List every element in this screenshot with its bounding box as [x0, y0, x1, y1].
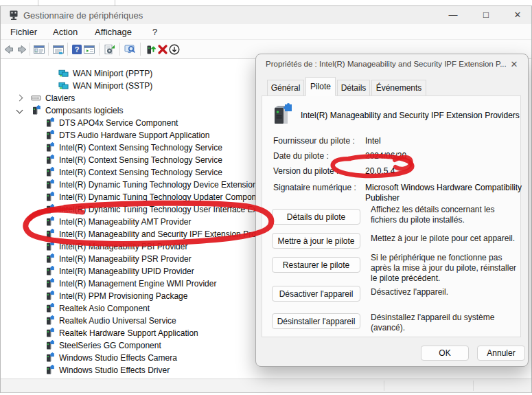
maximize-icon: ☐ — [483, 11, 489, 19]
chevron-down-icon[interactable] — [16, 107, 23, 114]
device-name: Intel(R) Manageability and Security IPF … — [301, 111, 520, 120]
software-component-icon — [45, 241, 55, 251]
field-value: 2024/06/20 — [365, 151, 531, 161]
tree-item-label: DTS Audio Hardware Support Application — [59, 131, 209, 140]
détails-du-pilote-button[interactable]: Détails du pilote — [272, 209, 360, 225]
software-component-icon — [45, 167, 55, 177]
disable-icon — [168, 43, 181, 56]
software-component-icon — [31, 105, 41, 115]
device-icon — [272, 103, 294, 126]
properties-button[interactable] — [52, 43, 66, 56]
tab-détails[interactable]: Détails — [337, 80, 370, 96]
action-description: Mettez à jour le pilote pour cet apparei… — [371, 234, 519, 244]
chevron-right-icon[interactable] — [16, 95, 23, 102]
tree-item-label: Intel(R) Manageability and Security IPF … — [59, 229, 266, 239]
window-title: Gestionnaire de périphériques — [23, 10, 143, 21]
keyboard-icon — [31, 93, 41, 103]
software-component-icon — [45, 315, 55, 326]
tree-item-label: Claviers — [45, 93, 75, 103]
tree-item-label: WAN Miniport (PPTP) — [73, 69, 152, 78]
tree-item-label: Intel(R) Management Engine WMI Provider — [59, 279, 216, 289]
tab-événements[interactable]: Événements — [371, 80, 426, 96]
driver-tab-page: Intel(R) Manageability and Security IPF … — [262, 95, 521, 337]
software-component-icon — [45, 253, 55, 264]
software-component-icon — [45, 291, 55, 301]
screenshot-root: Gestionnaire de périphériques — ☐ ✕ Fich… — [0, 0, 532, 395]
toolbar-separator — [99, 43, 100, 56]
driver-properties-dialog: Propriétés de : Intel(R) Manageability a… — [255, 54, 529, 367]
tree-item-label: Intel(R) Manageability UPID Provider — [59, 267, 194, 276]
software-component-icon — [45, 229, 55, 239]
field-value: 20.0.5.4 — [365, 166, 531, 177]
tab-strip: GénéralPiloteDétailsÉvénements — [256, 77, 528, 96]
software-component-icon — [45, 192, 55, 202]
software-component-icon — [45, 117, 55, 128]
status-bar — [1, 379, 531, 393]
software-component-icon — [45, 155, 55, 165]
tree-item-label: Composants logiciels — [45, 106, 123, 115]
cancel-button[interactable]: Annuler — [477, 346, 525, 361]
action-description: Désactivez l'appareil. — [371, 287, 519, 297]
tree-item-label: WAN Miniport (SSTP) — [73, 81, 152, 91]
close-icon: ✕ — [514, 10, 522, 20]
tree-item-label: Intel(R) Dynamic Tuning Technology Updat… — [59, 192, 261, 202]
menu-affichage[interactable]: Affichage — [92, 25, 135, 38]
help-button[interactable] — [71, 43, 84, 56]
field-value: Microsoft Windows Hardware Compatibility… — [365, 183, 531, 203]
network-adapter-icon — [58, 80, 69, 91]
action-pane-button[interactable] — [83, 43, 97, 56]
tree-item-label: Intel(R) Manageability PSR Provider — [59, 254, 192, 264]
menu-?[interactable]: ? — [150, 25, 160, 38]
tab-pilote[interactable]: Pilote — [305, 77, 336, 96]
scan-hardware-changes-button[interactable] — [103, 43, 117, 56]
software-component-icon — [45, 303, 55, 313]
software-component-icon — [45, 266, 55, 276]
field-label: Date du pilote : — [273, 151, 329, 161]
maximize-button[interactable]: ☐ — [472, 6, 500, 24]
dialog-close-button[interactable]: ✕ — [506, 57, 522, 72]
window-tree-icon — [33, 43, 45, 56]
menu-bar: FichierActionAffichage? — [1, 24, 531, 40]
action-description: Si le périphérique ne fonctionne pas apr… — [371, 253, 519, 284]
software-component-icon — [45, 340, 55, 350]
software-component-icon — [45, 216, 55, 227]
window-action-icon — [83, 43, 95, 56]
software-component-icon — [45, 352, 55, 363]
console-tree-button[interactable] — [33, 43, 47, 56]
restaurer-le-pilote-button[interactable]: Restaurer le pilote — [272, 257, 360, 273]
network-adapter-icon — [58, 68, 69, 78]
dialog-title: Propriétés de : Intel(R) Manageability a… — [266, 60, 507, 68]
tree-item-label: Intel(R) Context Sensing Technology Serv… — [59, 155, 222, 165]
close-button[interactable]: ✕ — [503, 6, 532, 24]
back-button[interactable] — [3, 43, 16, 56]
action-description: Désinstallez l'appareil du système (avan… — [371, 313, 519, 333]
tree-item-label: Intel(R) Manageability PBI Provider — [59, 242, 187, 251]
menu-action[interactable]: Action — [50, 25, 80, 38]
tree-item-label: Intel(R) Dynamic Tuning Technology User … — [59, 205, 264, 214]
software-component-icon — [45, 179, 55, 190]
device-manager-icon — [9, 10, 19, 21]
tree-item-label: Realtek Audio Universal Service — [59, 316, 176, 326]
menu-fichier[interactable]: Fichier — [8, 25, 40, 38]
remote-computer-button[interactable] — [124, 43, 137, 56]
minimize-button[interactable]: — — [439, 6, 467, 24]
software-component-icon — [45, 328, 55, 338]
arrow-left-icon — [3, 43, 15, 56]
ok-button[interactable]: OK — [421, 346, 469, 361]
software-component-icon — [45, 365, 55, 375]
tree-item-label: Realtek Hardware Support Application — [59, 328, 198, 338]
toolbar-separator — [140, 43, 141, 56]
title-bar: Gestionnaire de périphériques — ☐ ✕ — [1, 6, 531, 24]
tree-item-label: Realtek Asio Component — [59, 304, 150, 313]
field-label: Fournisseur du pilote : — [273, 136, 355, 146]
update-driver-button[interactable] — [144, 43, 158, 56]
désinstaller-l-appareil-button[interactable]: Désinstaller l'appareil — [272, 313, 360, 329]
forward-button[interactable] — [16, 43, 30, 56]
disable-device-button[interactable] — [168, 43, 182, 56]
window-properties-icon — [52, 43, 65, 56]
action-description: Affichez les détails concernant les fich… — [371, 205, 519, 225]
tab-général[interactable]: Général — [267, 80, 304, 96]
toolbar-separator — [30, 43, 30, 56]
mettre-à-jour-le-pilote-button[interactable]: Mettre à jour le pilote — [272, 233, 360, 249]
désactiver-l-appareil-button[interactable]: Désactiver l'appareil — [272, 286, 360, 302]
